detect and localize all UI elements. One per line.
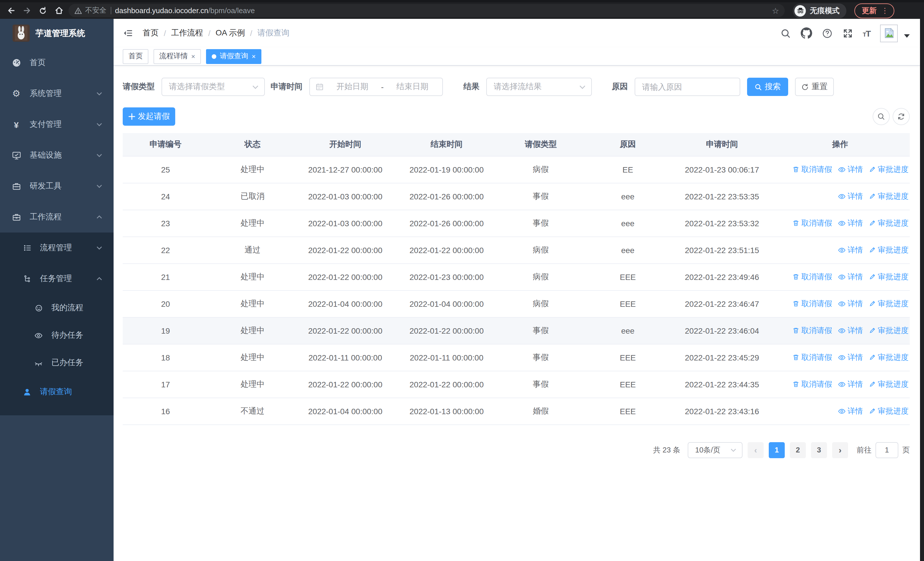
breadcrumb-workflow[interactable]: 工作流程: [171, 28, 203, 38]
sidebar-item-dev-tools[interactable]: 研发工具: [0, 171, 114, 202]
cancel-leave-link[interactable]: 取消请假: [792, 218, 832, 228]
help-button[interactable]: [822, 28, 832, 39]
cancel-leave-link[interactable]: 取消请假: [792, 272, 832, 282]
page-3-button[interactable]: 3: [811, 442, 827, 458]
cancel-leave-link[interactable]: 取消请假: [792, 379, 832, 390]
progress-link[interactable]: 审批进度: [868, 245, 909, 255]
cell-status: 处理中: [208, 156, 297, 183]
cancel-leave-link[interactable]: 取消请假: [792, 352, 832, 362]
breadcrumb-oa-example[interactable]: OA 示例: [216, 28, 245, 38]
detail-link[interactable]: 详情: [838, 379, 863, 390]
search-button[interactable]: 搜索: [747, 78, 788, 96]
browser-home-button[interactable]: [52, 4, 65, 17]
reset-button[interactable]: 重置: [795, 78, 834, 96]
sidebar-item-infrastructure[interactable]: 基础设施: [0, 140, 114, 171]
cell-status: 处理中: [208, 263, 297, 290]
url-divider: [110, 7, 111, 14]
page-size-select[interactable]: 10条/页: [688, 442, 742, 458]
avatar[interactable]: [880, 24, 898, 42]
cell-leave-type: 事假: [500, 344, 582, 371]
detail-link[interactable]: 详情: [838, 191, 863, 202]
progress-link[interactable]: 审批进度: [868, 298, 909, 309]
detail-link[interactable]: 详情: [838, 245, 863, 255]
leave-type-select[interactable]: 请选择请假类型: [162, 78, 265, 96]
sidebar-item-task-management[interactable]: 任务管理: [0, 263, 114, 294]
next-page-button[interactable]: ›: [832, 442, 848, 458]
sidebar-item-done-tasks[interactable]: 已办任务: [0, 349, 114, 376]
sidebar-item-label: 任务管理: [40, 274, 72, 284]
sidebar-item-todo-tasks[interactable]: 待办任务: [0, 322, 114, 349]
tree-list-icon: [22, 244, 32, 252]
tab-leave-query[interactable]: 请假查询 ×: [206, 49, 261, 64]
filter-form: 请假类型 请选择请假类型 申请时间 开始日期 - 结束日期 结果 请选择流: [123, 78, 910, 96]
font-size-button[interactable]: TT: [862, 28, 870, 38]
create-leave-button[interactable]: 发起请假: [123, 107, 175, 126]
sidebar-item-leave-query[interactable]: 请假查询: [0, 376, 114, 407]
detail-link[interactable]: 详情: [838, 406, 863, 416]
bookmark-star-icon[interactable]: ☆: [772, 6, 779, 15]
progress-link[interactable]: 审批进度: [868, 164, 909, 174]
tab-home[interactable]: 首页: [123, 49, 148, 64]
cancel-leave-link[interactable]: 取消请假: [792, 298, 832, 309]
progress-link[interactable]: 审批进度: [868, 352, 909, 362]
detail-link[interactable]: 详情: [838, 164, 863, 174]
url-bar[interactable]: 不安全 dashboard.yudao.iocoder.cn/bpm/oa/le…: [69, 4, 785, 17]
tab-process-detail[interactable]: 流程详情 ×: [153, 49, 201, 64]
browser-menu-icon[interactable]: ⋮: [881, 6, 889, 15]
page-1-button[interactable]: 1: [769, 442, 785, 458]
sidebar-item-my-process[interactable]: 我的流程: [0, 294, 114, 322]
search-icon: [877, 113, 885, 120]
toolbox-icon: [11, 182, 21, 191]
github-link-button[interactable]: [801, 27, 812, 39]
sidebar-item-system[interactable]: ⚙ 系统管理: [0, 78, 114, 109]
header-search-button[interactable]: [780, 28, 791, 39]
cell-start-time: 2022-01-03 00:00:00: [297, 183, 394, 210]
page-scrollbar[interactable]: [920, 19, 924, 561]
detail-link[interactable]: 详情: [838, 298, 863, 309]
detail-link[interactable]: 详情: [838, 352, 863, 362]
avatar-dropdown-caret[interactable]: [904, 34, 910, 38]
progress-link[interactable]: 审批进度: [868, 379, 909, 390]
result-select[interactable]: 请选择流结果: [486, 78, 592, 96]
cancel-leave-link[interactable]: 取消请假: [792, 164, 832, 174]
breadcrumb-home[interactable]: 首页: [142, 28, 159, 38]
reason-input[interactable]: [642, 82, 733, 92]
cell-apply-time: 2022-01-22 23:51:15: [674, 236, 771, 263]
progress-link[interactable]: 审批进度: [868, 272, 909, 282]
breadcrumb-separator: /: [250, 29, 252, 38]
detail-link[interactable]: 详情: [838, 272, 863, 282]
browser-reload-button[interactable]: [36, 4, 49, 17]
progress-link[interactable]: 审批进度: [868, 191, 909, 202]
sidebar-item-process-management[interactable]: 流程管理: [0, 233, 114, 263]
trash-icon: [792, 220, 800, 227]
sidebar-item-home[interactable]: 首页: [0, 47, 114, 78]
progress-link[interactable]: 审批进度: [868, 406, 909, 416]
progress-link[interactable]: 审批进度: [868, 325, 909, 335]
cell-start-time: 2022-01-22 00:00:00: [297, 236, 394, 263]
detail-link[interactable]: 详情: [838, 325, 863, 335]
close-icon[interactable]: ×: [252, 52, 256, 60]
fullscreen-button[interactable]: [842, 28, 853, 39]
browser-forward-button[interactable]: [21, 4, 33, 17]
apply-time-range-picker[interactable]: 开始日期 - 结束日期: [309, 78, 443, 96]
refresh-table-button[interactable]: [892, 108, 910, 125]
eye-closed-icon: [34, 358, 44, 367]
prev-page-button[interactable]: ‹: [748, 442, 764, 458]
browser-update-button[interactable]: 更新 ⋮: [854, 3, 894, 18]
sidebar-item-label: 系统管理: [30, 89, 62, 99]
sidebar-item-label: 已办任务: [51, 358, 83, 368]
detail-link[interactable]: 详情: [838, 218, 863, 228]
sidebar-item-workflow[interactable]: 工作流程: [0, 202, 114, 233]
cancel-leave-link[interactable]: 取消请假: [792, 325, 832, 335]
browser-back-button[interactable]: [4, 4, 17, 17]
tag-view-bar: 首页 流程详情 × 请假查询 ×: [114, 47, 920, 66]
active-tab-dot: [212, 54, 216, 59]
show-search-toggle-button[interactable]: [873, 108, 890, 125]
close-icon[interactable]: ×: [191, 52, 195, 60]
sidebar-item-payment[interactable]: ¥ 支付管理: [0, 109, 114, 140]
page-2-button[interactable]: 2: [790, 442, 806, 458]
sidebar-fold-button[interactable]: [123, 28, 133, 38]
cell-actions: 取消请假详情审批进度: [771, 344, 910, 371]
progress-link[interactable]: 审批进度: [868, 218, 909, 228]
goto-page-input[interactable]: [876, 442, 898, 458]
